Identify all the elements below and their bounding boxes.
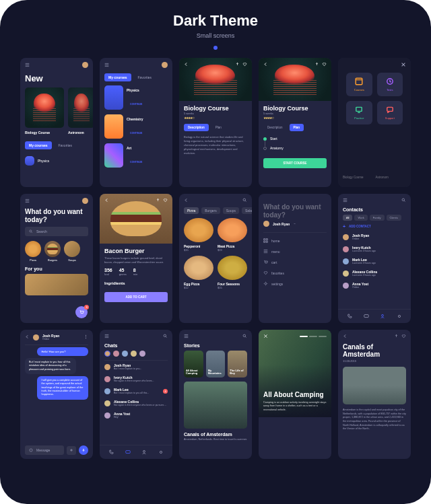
share-icon[interactable]	[235, 62, 240, 67]
phone-icon[interactable]	[347, 314, 352, 319]
tab-favorites[interactable]: Favorites	[134, 73, 156, 81]
story-avatar[interactable]	[104, 351, 110, 357]
tab-my-courses[interactable]: My courses	[104, 73, 131, 81]
heart-icon[interactable]	[163, 198, 168, 203]
tile-support[interactable]: Support	[377, 101, 403, 124]
contact-row[interactable]: Anna YostOnline	[338, 279, 411, 291]
more-icon[interactable]	[84, 334, 88, 340]
tab-favorites[interactable]: Favorites	[55, 141, 77, 149]
heart-icon[interactable]	[401, 334, 406, 339]
chat-row[interactable]: Anna YostHey!	[100, 409, 172, 421]
food-card[interactable]: Egg Pizza$12	[184, 256, 213, 289]
search-icon[interactable]	[163, 334, 168, 339]
contacts-icon[interactable]	[380, 314, 385, 319]
avatar[interactable]	[82, 62, 88, 68]
back-icon[interactable]	[25, 334, 30, 340]
search-icon[interactable]	[242, 334, 247, 339]
chip[interactable]: Burgers	[201, 207, 220, 214]
food-card[interactable]: Four Seasons$15	[218, 256, 247, 289]
tile-courses[interactable]: Courses	[346, 73, 372, 96]
drawer-item[interactable]: home	[263, 238, 327, 243]
chat-icon[interactable]	[125, 449, 131, 455]
gear-icon[interactable]	[397, 314, 402, 319]
food-card[interactable]: Pepperoni$15	[184, 218, 213, 252]
course-card-image[interactable]	[25, 87, 64, 128]
list-item[interactable]: Chemistry CONTINUE	[104, 114, 168, 139]
tab-plan[interactable]: Plan	[211, 124, 226, 131]
heart-icon[interactable]	[322, 62, 327, 67]
story-card[interactable]: My Mountains	[206, 351, 226, 377]
hero-card[interactable]	[184, 382, 247, 429]
message-input[interactable]: Message	[25, 445, 64, 455]
list-item[interactable]: Physics CONTINUE	[104, 85, 168, 110]
chat-row[interactable]: Josh RyanBut I must explain to you...	[100, 361, 172, 373]
tab-description[interactable]: Description	[263, 124, 287, 131]
food-card[interactable]: Meat Pizza$19	[218, 218, 247, 252]
heart-icon[interactable]	[242, 62, 247, 67]
drawer-user[interactable]: Josh Ryan	[263, 221, 327, 227]
menu-icon[interactable]	[343, 198, 347, 203]
chip[interactable]: Pizza	[184, 207, 199, 214]
contact-row[interactable]: Alexane CollinsLast seen 3 hours ago	[338, 267, 411, 279]
mic-icon[interactable]	[79, 445, 88, 455]
story-avatar[interactable]	[122, 351, 128, 357]
back-icon[interactable]	[343, 334, 347, 339]
add-to-cart-button[interactable]: ADD TO CART	[104, 292, 168, 302]
drawer-item[interactable]: cart	[263, 260, 327, 264]
tab-plan[interactable]: Plan	[290, 124, 304, 131]
gear-icon[interactable]	[158, 449, 164, 455]
story-card[interactable]: All About Camping	[184, 351, 203, 377]
contact-row[interactable]: Josh RyanOnline	[338, 231, 411, 243]
svg-point-5	[243, 199, 246, 201]
contact-row[interactable]: Mark LeeLast seen 3 hours ago	[338, 255, 411, 267]
close-icon[interactable]	[263, 334, 268, 339]
menu-icon[interactable]	[25, 63, 30, 68]
avatar[interactable]	[82, 198, 88, 204]
avatar[interactable]	[162, 62, 168, 68]
share-icon[interactable]	[156, 198, 160, 203]
list-item[interactable]: Art CONTINUE	[104, 143, 168, 168]
menu-icon[interactable]	[184, 334, 189, 339]
story-avatar[interactable]	[139, 351, 145, 357]
close-icon[interactable]	[401, 62, 406, 68]
contacts-icon[interactable]	[141, 449, 147, 455]
chat-icon[interactable]	[364, 314, 369, 319]
message-out: I will give you a complete account of th…	[37, 376, 88, 400]
drawer-item[interactable]: favorites	[263, 271, 327, 275]
drawer-item[interactable]: menu	[263, 249, 327, 254]
share-icon[interactable]	[314, 62, 319, 67]
menu-icon[interactable]	[25, 199, 30, 204]
cart-fab[interactable]: 3	[75, 306, 88, 318]
menu-icon[interactable]	[104, 63, 109, 68]
share-icon[interactable]	[394, 334, 399, 339]
tab-description[interactable]: Description	[184, 124, 209, 131]
attach-icon[interactable]	[67, 446, 76, 455]
story-card[interactable]: The Life of Boy	[228, 351, 247, 377]
search-input[interactable]: Search	[25, 227, 88, 236]
phone-icon[interactable]	[108, 449, 114, 455]
course-card-image[interactable]	[68, 87, 93, 128]
chip[interactable]: Soups	[223, 207, 239, 214]
tile-practice[interactable]: Practice	[346, 101, 372, 124]
tile-tests[interactable]: Tests	[377, 73, 403, 96]
story-avatar[interactable]	[131, 351, 137, 357]
svg-point-4	[30, 230, 32, 232]
back-icon[interactable]	[104, 198, 109, 203]
tab-my-courses[interactable]: My courses	[25, 141, 52, 149]
chat-row[interactable]: Mark LeeBut I must explain to you all th…	[100, 385, 172, 397]
chat-row[interactable]: Alexane CollinsNor again is there anyone…	[100, 397, 172, 409]
menu-icon[interactable]	[104, 334, 109, 339]
search-icon[interactable]	[242, 198, 247, 203]
course-title: Biology Course	[184, 105, 247, 112]
add-contact-button[interactable]: +ADD CONTACT	[338, 225, 411, 228]
chip[interactable]: Salad	[242, 207, 252, 214]
start-course-button[interactable]: START COURSE	[263, 158, 327, 168]
back-icon[interactable]	[263, 62, 268, 67]
story-avatar[interactable]	[113, 351, 119, 357]
chat-row[interactable]: Ivory KutchNor again is there anyone who…	[100, 373, 172, 385]
back-icon[interactable]	[184, 198, 189, 203]
drawer-item[interactable]: settings	[263, 281, 327, 286]
search-icon[interactable]	[401, 198, 406, 203]
contact-row[interactable]: Ivory KutchLast seen 3 hours ago	[338, 243, 411, 255]
back-icon[interactable]	[184, 62, 189, 67]
